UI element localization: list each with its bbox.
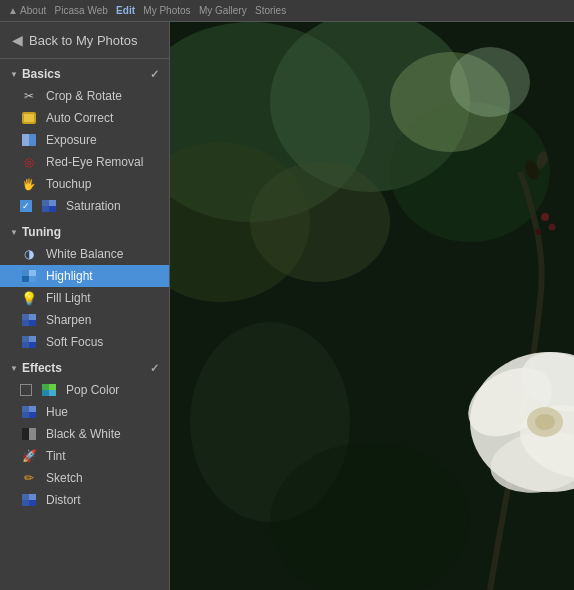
- svg-rect-15: [29, 320, 36, 326]
- fill-light-label: Fill Light: [46, 291, 91, 305]
- soft-focus-icon: [20, 335, 38, 349]
- sidebar-item-white-balance[interactable]: ◑ White Balance: [0, 243, 169, 265]
- exposure-label: Exposure: [46, 133, 97, 147]
- auto-correct-label: Auto Correct: [46, 111, 113, 125]
- svg-rect-27: [29, 412, 36, 418]
- sidebar-item-auto-correct[interactable]: Auto Correct: [0, 107, 169, 129]
- tint-label: Tint: [46, 449, 66, 463]
- sidebar-item-soft-focus[interactable]: Soft Focus: [0, 331, 169, 353]
- section-tuning-header[interactable]: ▼ Tuning: [0, 217, 169, 243]
- photo-area: [170, 22, 574, 590]
- auto-correct-icon: [20, 111, 38, 125]
- svg-rect-3: [22, 134, 29, 146]
- saturation-label: Saturation: [66, 199, 121, 213]
- pop-color-checkbox[interactable]: [20, 384, 32, 396]
- svg-rect-33: [29, 500, 36, 506]
- sidebar-item-sharpen[interactable]: Sharpen: [0, 309, 169, 331]
- pop-color-icon: [40, 383, 58, 397]
- svg-rect-18: [22, 342, 29, 348]
- red-eye-label: Red-Eye Removal: [46, 155, 143, 169]
- soft-focus-label: Soft Focus: [46, 335, 103, 349]
- section-tuning-left: ▼ Tuning: [10, 225, 61, 239]
- back-label: Back to My Photos: [29, 33, 137, 48]
- saturation-checkbox[interactable]: ✓: [20, 200, 32, 212]
- svg-point-46: [535, 229, 541, 235]
- effects-checkmark-icon: ✓: [150, 362, 159, 375]
- section-basics-header[interactable]: ▼ Basics ✓: [0, 59, 169, 85]
- svg-rect-25: [29, 406, 36, 412]
- sidebar: ◀ Back to My Photos ▼ Basics ✓ ✂ Crop & …: [0, 22, 170, 590]
- fill-light-icon: 💡: [20, 291, 38, 305]
- red-eye-icon: ◎: [20, 155, 38, 169]
- svg-point-44: [541, 213, 549, 221]
- black-white-icon: [20, 427, 38, 441]
- svg-rect-17: [29, 336, 36, 342]
- main-content: ◀ Back to My Photos ▼ Basics ✓ ✂ Crop & …: [0, 22, 574, 590]
- effects-triangle-icon: ▼: [10, 364, 18, 373]
- sidebar-item-black-white[interactable]: Black & White: [0, 423, 169, 445]
- svg-rect-12: [22, 314, 29, 320]
- exposure-icon: [20, 133, 38, 147]
- sidebar-item-touchup[interactable]: 🖐 Touchup: [0, 173, 169, 195]
- svg-point-41: [450, 47, 530, 117]
- svg-rect-31: [29, 494, 36, 500]
- sidebar-item-exposure[interactable]: Exposure: [0, 129, 169, 151]
- saturation-icon: [40, 199, 58, 213]
- svg-rect-24: [22, 406, 29, 412]
- svg-rect-10: [22, 276, 29, 282]
- nav-placeholder: ▲ About Picasa Web Edit My Photos My Gal…: [8, 5, 286, 16]
- sharpen-icon: [20, 313, 38, 327]
- sidebar-item-fill-light[interactable]: 💡 Fill Light: [0, 287, 169, 309]
- basics-checkmark-icon: ✓: [150, 68, 159, 81]
- svg-rect-1: [24, 114, 34, 122]
- sidebar-item-crop-rotate[interactable]: ✂ Crop & Rotate: [0, 85, 169, 107]
- sidebar-item-pop-color[interactable]: Pop Color: [0, 379, 169, 401]
- section-tuning-label: Tuning: [22, 225, 61, 239]
- back-arrow-icon: ◀: [12, 32, 23, 48]
- white-balance-label: White Balance: [46, 247, 123, 261]
- sidebar-item-saturation[interactable]: ✓ Saturation: [0, 195, 169, 217]
- svg-rect-14: [22, 320, 29, 326]
- highlight-icon: [20, 269, 38, 283]
- crop-rotate-icon: ✂: [20, 89, 38, 103]
- sidebar-item-hue[interactable]: Hue: [0, 401, 169, 423]
- photo-background: [170, 22, 574, 590]
- basics-triangle-icon: ▼: [10, 70, 18, 79]
- section-effects-label: Effects: [22, 361, 62, 375]
- touchup-icon: 🖐: [20, 177, 38, 191]
- tint-icon: 🚀: [20, 449, 38, 463]
- svg-rect-6: [42, 206, 49, 212]
- top-nav: ▲ About Picasa Web Edit My Photos My Gal…: [0, 0, 574, 22]
- svg-point-45: [549, 224, 556, 231]
- tuning-triangle-icon: ▼: [10, 228, 18, 237]
- sketch-icon: ✏: [20, 471, 38, 485]
- pop-color-label: Pop Color: [66, 383, 119, 397]
- highlight-label: Highlight: [46, 269, 93, 283]
- svg-rect-11: [29, 276, 36, 282]
- svg-rect-26: [22, 412, 29, 418]
- section-basics-label: Basics: [22, 67, 61, 81]
- svg-point-39: [250, 162, 390, 282]
- svg-rect-13: [29, 314, 36, 320]
- crop-rotate-label: Crop & Rotate: [46, 89, 122, 103]
- svg-rect-7: [49, 206, 56, 212]
- sidebar-item-red-eye[interactable]: ◎ Red-Eye Removal: [0, 151, 169, 173]
- svg-rect-21: [49, 384, 56, 390]
- svg-rect-4: [42, 200, 49, 206]
- section-effects-header[interactable]: ▼ Effects ✓: [0, 353, 169, 379]
- white-balance-icon: ◑: [20, 247, 38, 261]
- hue-icon: [20, 405, 38, 419]
- svg-rect-32: [22, 500, 29, 506]
- sidebar-item-sketch[interactable]: ✏ Sketch: [0, 467, 169, 489]
- svg-rect-8: [22, 270, 29, 276]
- back-button[interactable]: ◀ Back to My Photos: [0, 22, 169, 59]
- svg-rect-19: [29, 342, 36, 348]
- svg-point-53: [535, 414, 555, 430]
- svg-rect-9: [29, 270, 36, 276]
- hue-label: Hue: [46, 405, 68, 419]
- sidebar-item-tint[interactable]: 🚀 Tint: [0, 445, 169, 467]
- svg-rect-22: [42, 390, 49, 396]
- svg-rect-30: [22, 494, 29, 500]
- sidebar-item-highlight[interactable]: Highlight: [0, 265, 169, 287]
- sidebar-item-distort[interactable]: Distort: [0, 489, 169, 511]
